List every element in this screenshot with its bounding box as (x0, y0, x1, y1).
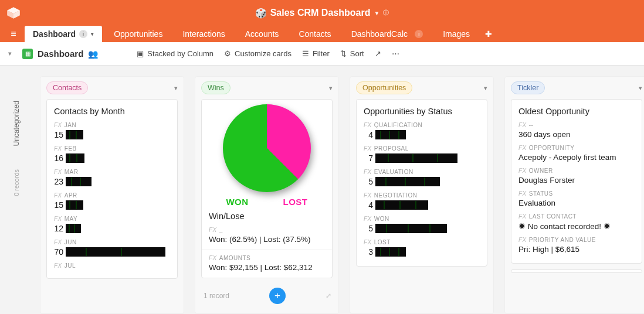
more-button[interactable]: ⋯ (392, 49, 399, 58)
add-tab-button[interactable]: ✚ (482, 26, 496, 42)
column-tag[interactable]: Opportunities (356, 81, 412, 94)
field-label: fxLAST CONTACT (518, 213, 635, 220)
app-title-text: Sales CRM Dashboard (270, 8, 371, 18)
share-icon: ↗ (375, 49, 381, 58)
chevron-down-icon[interactable]: ▾ (484, 84, 487, 92)
tab-label: Opportunities (114, 29, 162, 39)
field-label: fxEVALUATION (364, 169, 480, 175)
stacked-by-button[interactable]: ▣Stacked by Column (137, 49, 213, 58)
field-value: Acepoly - Acepoly first team (518, 153, 635, 162)
board: Contacts ▾ Contacts by Month fxJAN15fxFE… (33, 66, 644, 314)
tab-dashboardcalc[interactable]: DashboardCalci (343, 26, 432, 42)
logo-icon[interactable] (6, 5, 21, 21)
field-label: fxMAR (54, 169, 170, 175)
field-label: fxNEGOTIATION (364, 192, 480, 199)
info-icon: i (415, 30, 423, 38)
tab-interactions[interactable]: Interactions (174, 26, 233, 42)
add-record-button[interactable]: + (269, 288, 286, 304)
view-toolbar: ▾ ▦ Dashboard 👥 ▣Stacked by Column ⚙Cust… (0, 42, 644, 66)
tool-label: Sort (350, 49, 364, 58)
field-label: fxJUL (54, 262, 170, 269)
tool-label: Customize cards (235, 49, 292, 58)
tab-label: Interactions (182, 29, 225, 39)
column-tag[interactable]: Wins (201, 81, 231, 94)
stat-row: 70 (54, 247, 170, 257)
column-tag[interactable]: Tickler (511, 81, 545, 94)
stat-value: 5 (364, 224, 373, 233)
chevron-down-icon[interactable]: ▾ (329, 84, 333, 92)
chevron-down-icon[interactable]: ▾ (174, 84, 178, 92)
app-title[interactable]: 🎲 Sales CRM Dashboard ▼ ⓘ (255, 8, 389, 19)
stat-row: 4 (364, 130, 480, 139)
bar-chip (66, 130, 83, 139)
stat-row: 4 (364, 200, 480, 210)
stat-value: 16 (54, 153, 63, 163)
field-label: fx-- (518, 122, 635, 128)
card-win-lose[interactable]: Won Lost Win/Lose fx_ Won: (62.5%) | Los… (201, 99, 333, 278)
side-label-uncategorized[interactable]: Uncategorized (12, 101, 21, 146)
field-label: fxFEB (54, 145, 170, 152)
stat-row: 23 (54, 177, 170, 186)
column-header: Opportunities ▾ (350, 77, 493, 99)
card-next[interactable] (511, 269, 642, 273)
field-label: fxJUN (54, 239, 170, 245)
fx-icon: fx (54, 192, 62, 199)
fx-icon: fx (209, 255, 217, 261)
field-label: fxJAN (54, 122, 170, 128)
customize-cards-button[interactable]: ⚙Customize cards (224, 49, 292, 58)
fx-icon: fx (54, 239, 62, 245)
tab-label: Accounts (245, 29, 279, 39)
field-label: fxPROPOSAL (364, 145, 480, 152)
side-label-records: 0 records (13, 169, 20, 196)
tab-opportunities[interactable]: Opportunities (106, 26, 171, 42)
tab-contacts[interactable]: Contacts (290, 26, 339, 42)
stat-row: 15 (54, 130, 170, 139)
card-contacts-by-month[interactable]: Contacts by Month fxJAN15fxFEB16fxMAR23f… (46, 99, 178, 279)
card-opps-by-status[interactable]: Opportunities by Status fxQUALIFICATION4… (356, 99, 487, 267)
dice-icon: 🎲 (255, 8, 267, 19)
chevron-down-icon[interactable]: ▾ (639, 84, 642, 92)
bar-chip (66, 247, 165, 257)
field-label: fxAMOUNTS (209, 255, 325, 261)
filter-icon: ☰ (302, 49, 309, 58)
field-label: fxMAY (54, 216, 170, 222)
filter-button[interactable]: ☰Filter (302, 49, 330, 58)
record-count: 1 record (204, 292, 229, 300)
field-label: fxOPPORTUNITY (518, 145, 635, 151)
column-contacts: Contacts ▾ Contacts by Month fxJAN15fxFE… (40, 76, 184, 314)
view-title[interactable]: ▦ Dashboard 👥 (22, 49, 98, 59)
fx-icon: fx (54, 122, 62, 128)
workspace: Uncategorized 0 records Contacts ▾ Conta… (0, 66, 644, 314)
stat-row: 12 (54, 224, 170, 233)
column-tag[interactable]: Contacts (46, 81, 88, 94)
fx-icon: fx (364, 169, 372, 175)
tab-label: Images (443, 29, 470, 39)
stack-icon: ▣ (137, 49, 144, 58)
fx-icon: fx (364, 216, 372, 222)
stat-row: 3 (364, 247, 480, 257)
field-label: fx_ (209, 227, 325, 233)
share-button[interactable]: ↗ (375, 49, 381, 58)
field-label: fxAPR (54, 192, 170, 199)
tab-accounts[interactable]: Accounts (237, 26, 287, 42)
card-oldest-opportunity[interactable]: Oldest Opportunity fx--360 days openfxOP… (511, 99, 642, 264)
tab-images[interactable]: Images (435, 26, 478, 42)
fx-icon: fx (518, 168, 527, 174)
bar-chip (66, 177, 91, 186)
stat-value: 70 (54, 247, 63, 257)
menu-button[interactable]: ≡ (6, 26, 21, 42)
fx-icon: fx (209, 227, 217, 233)
field-value: 360 days open (518, 130, 635, 139)
stat-value: 3 (364, 247, 373, 257)
bar-chip (375, 153, 457, 163)
fx-icon: fx (364, 192, 372, 199)
card-title: Opportunities by Status (364, 107, 480, 116)
pie-legend: Won Lost (209, 197, 325, 207)
stat-value: 23 (54, 177, 63, 186)
tab-dashboard[interactable]: Dashboard i ▾ (25, 26, 102, 42)
tab-bar: ≡ Dashboard i ▾ Opportunities Interactio… (0, 26, 644, 42)
expand-icon[interactable]: ⤢ (326, 292, 331, 300)
stat-row: 5 (364, 224, 480, 233)
chevron-down-icon[interactable]: ▾ (8, 50, 12, 57)
sort-button[interactable]: ⇅Sort (340, 49, 364, 58)
